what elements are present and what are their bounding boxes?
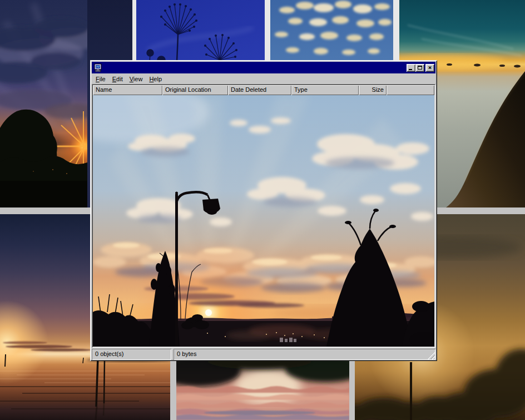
column-header-size[interactable]: Size [359,85,387,95]
pole-silhouette [410,362,412,420]
status-bar: 0 object(s) 0 bytes [92,349,435,360]
mountain-silhouette [446,71,525,207]
status-object-count: 0 object(s) [92,349,171,360]
minimize-icon [409,69,412,70]
close-button[interactable]: × [425,64,434,72]
desktop: × File Edit View Help Name Original Loca… [0,0,525,420]
column-header-name[interactable]: Name [93,85,162,95]
list-view-area-sunset-photo[interactable] [93,95,434,347]
recycle-bin-window: × File Edit View Help Name Original Loca… [90,60,437,361]
blue-streak [204,411,315,415]
resize-grip[interactable] [428,352,435,359]
water-dark-streaks [0,387,170,409]
status-size: 0 bytes [174,349,435,360]
column-header-date-deleted[interactable]: Date Deleted [228,85,291,95]
column-header-type[interactable]: Type [291,85,359,95]
menu-bar: File Edit View Help [92,73,435,84]
maximize-button[interactable] [415,64,424,72]
menu-item-help[interactable]: Help [146,75,165,83]
list-view-frame: Name Original Location Date Deleted Type… [92,84,435,348]
menu-item-view[interactable]: View [126,75,146,83]
window-titlebar[interactable]: × [92,62,435,73]
column-header-original-location[interactable]: Original Location [162,85,228,95]
column-header-row: Name Original Location Date Deleted Type… [93,85,434,95]
maximize-icon [418,66,422,70]
dark-clouds [0,18,87,119]
column-header-blank[interactable] [387,85,434,95]
sun [205,309,212,316]
menu-item-file[interactable]: File [92,75,109,83]
computer-icon [93,63,102,72]
close-icon: × [428,65,432,71]
wallpaper-tile-sunset-rays [0,0,87,207]
wispy-streaks [408,25,522,56]
wispy-cloud [147,28,253,50]
menu-item-edit[interactable]: Edit [109,75,126,83]
minimize-button[interactable] [407,64,415,72]
